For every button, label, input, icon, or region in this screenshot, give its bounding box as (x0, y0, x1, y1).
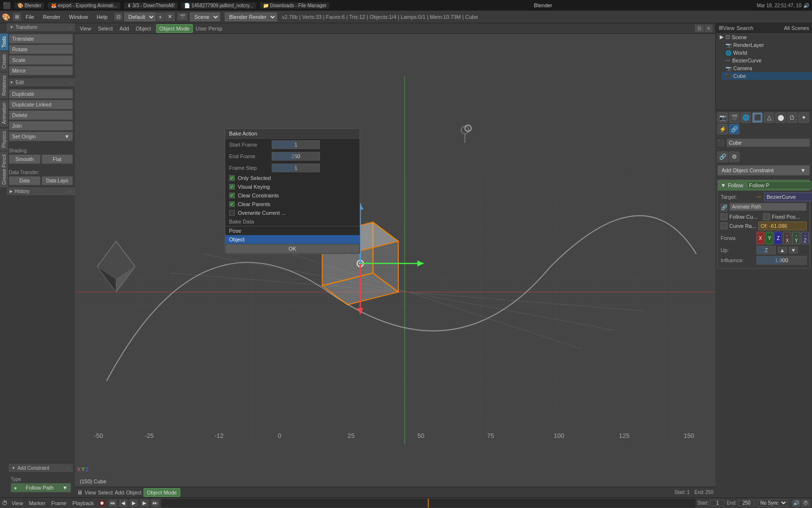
object-mode-select[interactable]: Object Mode (156, 24, 193, 33)
forward-y-btn[interactable]: Y (766, 232, 774, 244)
tl-frame-menu[interactable]: Frame (49, 500, 69, 506)
taskbar-downthemall[interactable]: ⬇ 3/3 - DownThemAll! (124, 2, 178, 9)
fixed-pos-checkbox[interactable] (763, 213, 770, 220)
overwrite-checkbox[interactable] (229, 210, 235, 216)
vtab-tools[interactable]: Tools (0, 33, 9, 51)
forward-yn-btn[interactable]: -Y (792, 232, 800, 244)
forward-x-btn[interactable]: X (756, 232, 765, 244)
next-keyframe-btn[interactable]: ▶ (140, 499, 149, 507)
audio-btn[interactable]: 🔊 (792, 499, 800, 507)
tl-playback-menu[interactable]: Playback (71, 500, 96, 506)
view-menu[interactable]: View (78, 25, 93, 32)
up-select[interactable]: Z (756, 246, 776, 254)
add-object-constraint-btn[interactable]: Add Object Constraint ▼ (717, 165, 810, 176)
ok-button[interactable]: OK (225, 244, 360, 254)
smooth-btn[interactable]: Smooth (9, 154, 41, 164)
up-stepper-down[interactable]: ▼ (789, 247, 798, 254)
object-prop-icon[interactable]: ⬛ (752, 112, 763, 123)
sync-select[interactable]: No Sync (757, 499, 788, 507)
tl-marker-menu[interactable]: Marker (27, 500, 47, 506)
visual-keying-checkbox[interactable]: ✓ (229, 184, 235, 190)
flat-btn[interactable]: Flat (42, 154, 73, 164)
frame-step-slider[interactable]: 1 (272, 164, 320, 172)
mirror-btn[interactable]: Mirror (9, 66, 73, 75)
set-origin-btn[interactable]: Set Origin ▼ (9, 132, 73, 141)
play-btn[interactable]: ▶ (130, 499, 138, 507)
footer-select-menu[interactable]: Select (98, 490, 113, 495)
menu-file[interactable]: File (22, 13, 38, 21)
sync-btn[interactable]: ⏱ (801, 499, 810, 507)
translate-btn[interactable]: Translate (9, 34, 73, 44)
join-btn[interactable]: Join (9, 121, 73, 131)
forward-z-btn[interactable]: Z (774, 232, 782, 244)
taskbar-file[interactable]: 📄 1458277909.jailbird_notcry... (181, 2, 256, 9)
outliner-renderlayer[interactable]: 📷 RenderLayer (722, 41, 812, 49)
texture-icon[interactable]: 🗋 (787, 112, 798, 123)
clear-parents-checkbox[interactable]: ✓ (229, 201, 235, 207)
engine-select[interactable]: Blender Render (225, 13, 277, 21)
vtab-grease-pencil[interactable]: Grease Pencil (0, 151, 9, 188)
footer-view-menu[interactable]: View (85, 490, 96, 495)
follow-path-btn[interactable]: ● Follow Path ▼ (11, 483, 71, 493)
footer-add-menu[interactable]: Add (115, 490, 124, 495)
target-input[interactable] (764, 193, 812, 201)
follow-curve-checkbox[interactable] (721, 213, 727, 220)
menu-render[interactable]: Render (39, 13, 64, 21)
render-icon[interactable]: 📷 (717, 112, 728, 123)
add-menu[interactable]: Add (117, 25, 131, 32)
clear-constraints-checkbox[interactable]: ✓ (229, 193, 235, 198)
prev-keyframe-btn[interactable]: ◀ (119, 499, 128, 507)
delete-screen-btn[interactable]: ✕ (165, 13, 174, 21)
curve-radius-value[interactable]: Of: -61.086 (758, 222, 807, 230)
animate-path-btn[interactable]: Animate Path (729, 203, 807, 211)
start-frame-input[interactable] (710, 500, 725, 506)
vtab-create[interactable]: Create (0, 51, 9, 72)
fp-expand-icon[interactable]: ▼ (721, 182, 726, 188)
end-frame-slider[interactable]: 250 (272, 152, 320, 161)
menu-window[interactable]: Window (65, 13, 92, 21)
end-frame-input[interactable] (738, 500, 755, 506)
tl-view-menu[interactable]: View (10, 500, 25, 506)
next-frame-btn[interactable]: ⏭ (151, 499, 160, 507)
up-stepper-up[interactable]: ▲ (778, 247, 787, 254)
constraint-icon[interactable]: 🔗 (729, 124, 740, 134)
outliner-world[interactable]: 🌐 World (722, 49, 812, 57)
add-screen-btn[interactable]: + (157, 13, 164, 21)
select-menu[interactable]: Select (96, 25, 115, 32)
outliner-cube[interactable]: ⬛ Cube (722, 72, 812, 80)
particle-icon[interactable]: ✦ (798, 112, 809, 123)
taskbar-firefox[interactable]: 🦊 export - Exporting Animati... (48, 2, 120, 9)
outliner-bezier[interactable]: 〰 BezierCurve (722, 57, 812, 64)
footer-mode-select[interactable]: Object Mode (144, 488, 180, 497)
constraint-settings-icon[interactable]: ⚙ (729, 151, 740, 162)
physics-icon[interactable]: ⚡ (717, 124, 728, 134)
duplicate-linked-btn[interactable]: Duplicate Linked (9, 100, 73, 109)
duplicate-btn[interactable]: Duplicate (9, 89, 73, 99)
forward-zn-btn[interactable]: -Z (801, 232, 809, 244)
forward-xn-btn[interactable]: -X (783, 232, 791, 244)
taskbar-blender[interactable]: 🎨 Blender (14, 2, 44, 9)
delete-btn[interactable]: Delete (9, 110, 73, 120)
rotate-btn[interactable]: Rotate (9, 45, 73, 54)
data-btn[interactable]: Data (9, 176, 41, 185)
fp-name-input[interactable] (747, 181, 812, 189)
pose-option[interactable]: Pose (225, 226, 360, 235)
prev-frame-btn[interactable]: ⏮ (108, 499, 117, 507)
timeline-track[interactable] (161, 499, 695, 508)
object-menu[interactable]: Object (134, 25, 153, 32)
data-layo-btn[interactable]: Data Layo (42, 176, 73, 185)
object-option[interactable]: Object (225, 235, 360, 244)
scene-prop-icon[interactable]: 🎬 (729, 112, 740, 123)
world-prop-icon[interactable]: 🌐 (740, 112, 751, 123)
toggle-props[interactable]: ≡ (705, 25, 712, 32)
viewport-toggle[interactable]: ⊡ (695, 25, 704, 32)
scale-btn[interactable]: Scale (9, 55, 73, 65)
influence-slider[interactable]: 1.000 (756, 256, 807, 265)
scene-select[interactable]: Scene (190, 13, 220, 21)
outliner-scene[interactable]: ▶ ⊡ Scene (716, 33, 812, 41)
vtab-physics[interactable]: Physics (0, 128, 9, 151)
mesh-icon[interactable]: △ (764, 112, 774, 123)
footer-object-menu[interactable]: Object (126, 490, 142, 495)
outliner-camera[interactable]: 📷 Camera (722, 64, 812, 72)
curve-radius-checkbox[interactable] (721, 223, 727, 229)
